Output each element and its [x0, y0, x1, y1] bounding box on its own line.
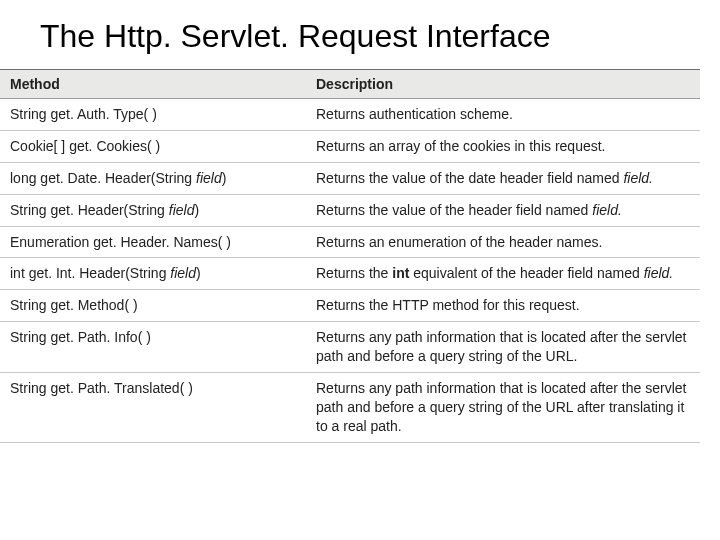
- method-text: String get. Path. Translated( ): [10, 380, 193, 396]
- description-cell: Returns the value of the header field na…: [306, 194, 700, 226]
- desc-text: Returns authentication scheme.: [316, 106, 513, 122]
- method-cell: String get. Path. Translated( ): [0, 373, 306, 443]
- description-cell: Returns the value of the date header fie…: [306, 162, 700, 194]
- method-text: String get. Auth. Type( ): [10, 106, 157, 122]
- slide: The Http. Servlet. Request Interface Met…: [0, 0, 720, 540]
- method-cell: Cookie[ ] get. Cookies( ): [0, 130, 306, 162]
- method-text-post: ): [194, 202, 199, 218]
- method-cell: Enumeration get. Header. Names( ): [0, 226, 306, 258]
- method-cell: String get. Method( ): [0, 290, 306, 322]
- desc-text: Returns any path information that is loc…: [316, 380, 686, 434]
- desc-text: Returns the value of the header field na…: [316, 202, 592, 218]
- method-text: Cookie[ ] get. Cookies( ): [10, 138, 160, 154]
- desc-text: Returns an enumeration of the header nam…: [316, 234, 602, 250]
- method-cell: int get. Int. Header(String field): [0, 258, 306, 290]
- desc-ital: field.: [592, 202, 622, 218]
- table-row: String get. Path. Translated( ) Returns …: [0, 373, 700, 443]
- col-header-method: Method: [0, 70, 306, 99]
- table-row: String get. Path. Info( ) Returns any pa…: [0, 322, 700, 373]
- method-cell: String get. Header(String field): [0, 194, 306, 226]
- table-row: Enumeration get. Header. Names( ) Return…: [0, 226, 700, 258]
- desc-text: Returns the value of the date header fie…: [316, 170, 623, 186]
- description-cell: Returns any path information that is loc…: [306, 322, 700, 373]
- description-cell: Returns any path information that is loc…: [306, 373, 700, 443]
- desc-text: Returns an array of the cookies in this …: [316, 138, 605, 154]
- method-param: field: [170, 265, 196, 281]
- description-cell: Returns an array of the cookies in this …: [306, 130, 700, 162]
- method-text: String get. Method( ): [10, 297, 138, 313]
- desc-text: Returns the HTTP method for this request…: [316, 297, 580, 313]
- description-cell: Returns an enumeration of the header nam…: [306, 226, 700, 258]
- table-row: String get. Method( ) Returns the HTTP m…: [0, 290, 700, 322]
- desc-text: Returns the: [316, 265, 392, 281]
- method-text-post: ): [196, 265, 201, 281]
- method-param: field: [196, 170, 222, 186]
- methods-table: Method Description String get. Auth. Typ…: [0, 69, 700, 443]
- page-title: The Http. Servlet. Request Interface: [40, 18, 720, 55]
- table-row: int get. Int. Header(String field) Retur…: [0, 258, 700, 290]
- method-cell: long get. Date. Header(String field): [0, 162, 306, 194]
- method-text: Enumeration get. Header. Names( ): [10, 234, 231, 250]
- desc-bold: int: [392, 265, 409, 281]
- method-cell: String get. Path. Info( ): [0, 322, 306, 373]
- method-text: String get. Header(String: [10, 202, 169, 218]
- method-text: String get. Path. Info( ): [10, 329, 151, 345]
- table-row: long get. Date. Header(String field) Ret…: [0, 162, 700, 194]
- method-text: long get. Date. Header(String: [10, 170, 196, 186]
- method-text-post: ): [222, 170, 227, 186]
- description-cell: Returns the HTTP method for this request…: [306, 290, 700, 322]
- method-param: field: [169, 202, 195, 218]
- method-text: int get. Int. Header(String: [10, 265, 170, 281]
- desc-ital: field.: [644, 265, 674, 281]
- table-row: String get. Header(String field) Returns…: [0, 194, 700, 226]
- table-header-row: Method Description: [0, 70, 700, 99]
- table-row: String get. Auth. Type( ) Returns authen…: [0, 99, 700, 131]
- col-header-description: Description: [306, 70, 700, 99]
- table-row: Cookie[ ] get. Cookies( ) Returns an arr…: [0, 130, 700, 162]
- description-cell: Returns authentication scheme.: [306, 99, 700, 131]
- desc-mid: equivalent of the header field named: [409, 265, 643, 281]
- method-cell: String get. Auth. Type( ): [0, 99, 306, 131]
- desc-text: Returns any path information that is loc…: [316, 329, 686, 364]
- description-cell: Returns the int equivalent of the header…: [306, 258, 700, 290]
- desc-ital: field.: [623, 170, 653, 186]
